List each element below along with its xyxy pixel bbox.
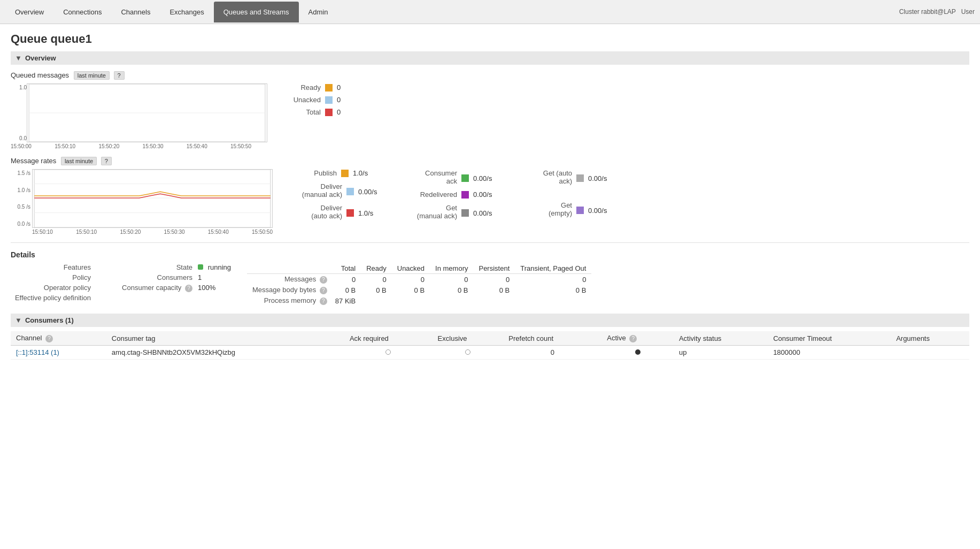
rates-chart-y-max: 1.5 /s <box>11 170 30 176</box>
consumer-capacity-help[interactable]: ? <box>185 285 192 292</box>
active-help[interactable]: ? <box>629 335 637 342</box>
rate-redelivered: Redelivered 0.00/s <box>409 190 503 199</box>
consumers-row: Consumers 1 <box>112 273 231 281</box>
stats-header-transient: Transient, Paged Out <box>515 263 591 274</box>
unacked-color-icon <box>325 96 333 104</box>
stats-header-persistent: Persistent <box>473 263 515 274</box>
rate-deliver-auto: Deliver(auto ack) 1.0/s <box>289 204 388 220</box>
rates-col-2: Consumerack 0.00/s Redelivered 0.00/s Ge… <box>409 169 503 220</box>
rate-consumer-ack: Consumerack 0.00/s <box>409 169 503 185</box>
details-middle-panel: State running Consumers 1 Consumer capac… <box>112 263 231 306</box>
col-prefetch-count: Prefetch count <box>503 331 601 346</box>
queued-messages-chart-row: 1.0 0.0 15:50:00 15:50:10 15:50:20 15:50… <box>11 83 969 149</box>
effective-policy-row: Effective policy definition <box>11 294 96 302</box>
consumers-table: Channel ? Consumer tag Ack required Excl… <box>11 331 969 360</box>
consumers-arrow-icon: ▼ <box>15 316 22 324</box>
rates-chart-y-mid1: 1.0 /s <box>11 187 30 193</box>
legend-ready: Ready 0 <box>283 83 341 92</box>
col-active: Active ? <box>601 331 674 346</box>
details-title: Details <box>11 250 969 259</box>
message-rates-timeframe[interactable]: last minute <box>61 157 97 165</box>
consumer-activity-status: up <box>674 346 768 360</box>
deliver-manual-color-icon <box>346 188 354 195</box>
queued-messages-legend: Ready 0 Unacked 0 Total 0 <box>283 83 341 120</box>
procmem-value: 87 KiB <box>330 295 361 306</box>
rates-col-3: Get (autoack) 0.00/s Get(empty) 0.00/s <box>524 169 618 220</box>
consumer-capacity-row: Consumer capacity ? 100% <box>112 284 231 292</box>
queued-messages-help[interactable]: ? <box>114 71 125 80</box>
message-rates-help[interactable]: ? <box>101 157 112 165</box>
nav-connections[interactable]: Connections <box>53 2 111 22</box>
stats-table: Total Ready Unacked In memory Persistent… <box>247 263 591 306</box>
details-grid: Features Policy Operator policy Effectiv… <box>11 263 969 306</box>
consumers-table-header-row: Channel ? Consumer tag Ack required Excl… <box>11 331 969 346</box>
total-color-icon <box>325 109 333 116</box>
details-left-panel: Features Policy Operator policy Effectiv… <box>11 263 96 306</box>
queued-messages-x-labels: 15:50:00 15:50:10 15:50:20 15:50:30 15:5… <box>11 143 251 149</box>
message-rates-label: Message rates last minute ? <box>11 157 969 165</box>
rate-get-manual: Get(manual ack) 0.00/s <box>409 204 503 220</box>
consumer-active <box>601 346 674 360</box>
messages-stats-row: Messages ? 0 0 0 0 0 0 <box>247 274 591 285</box>
messages-ready: 0 <box>361 274 392 285</box>
consumer-row: [::1]:53114 (1) amq.ctag-SHBNNtb2OX5VM32… <box>11 346 969 360</box>
procmem-stats-row: Process memory ? 87 KiB <box>247 295 591 306</box>
channel-help[interactable]: ? <box>45 335 53 342</box>
msgbody-ready: 0 B <box>361 285 392 295</box>
queued-messages-label: Queued messages last minute ? <box>11 71 969 79</box>
consumer-ack-required <box>344 346 433 360</box>
overview-section-header[interactable]: ▼ Overview <box>11 51 969 65</box>
message-rates-chart-wrapper: 1.5 /s 1.0 /s 0.5 /s 0.0 /s <box>11 169 273 235</box>
messages-transient: 0 <box>515 274 591 285</box>
rate-publish: Publish 1.0/s <box>289 169 388 177</box>
rates-chart-x-labels: 15:50:10 15:50:10 15:50:20 15:50:30 15:5… <box>32 229 273 235</box>
messages-help[interactable]: ? <box>320 276 327 284</box>
stats-header-unacked: Unacked <box>392 263 430 274</box>
msgbody-help[interactable]: ? <box>320 287 327 294</box>
consumer-channel[interactable]: [::1]:53114 (1) <box>11 346 106 360</box>
msgbody-persistent: 0 B <box>473 285 515 295</box>
cluster-info: Cluster rabbit@LAP User <box>899 8 975 16</box>
stats-header-ready: Ready <box>361 263 392 274</box>
nav-channels[interactable]: Channels <box>111 2 160 22</box>
nav-queues-and-streams[interactable]: Queues and Streams <box>214 2 299 22</box>
consumer-exclusive <box>433 346 504 360</box>
nav-admin[interactable]: Admin <box>299 2 338 22</box>
deliver-auto-color-icon <box>346 209 354 217</box>
queued-chart-y-min: 0.0 <box>11 135 27 141</box>
operator-policy-row: Operator policy <box>11 284 96 292</box>
consumer-timeout: 1800000 <box>768 346 891 360</box>
msgbody-total: 0 B <box>330 285 361 295</box>
policy-row: Policy <box>11 273 96 281</box>
procmem-help[interactable]: ? <box>320 298 327 305</box>
col-channel: Channel ? <box>11 331 106 346</box>
rates-col-1: Publish 1.0/s Deliver(manual ack) 0.00/s… <box>289 169 388 220</box>
consumer-arguments <box>891 346 969 360</box>
stats-header-total: Total <box>330 263 361 274</box>
details-stats-panel: Total Ready Unacked In memory Persistent… <box>247 263 591 306</box>
consumers-label: Consumers (1) <box>25 316 74 324</box>
nav-overview[interactable]: Overview <box>5 2 53 22</box>
message-rates-chart-row: 1.5 /s 1.0 /s 0.5 /s 0.0 /s <box>11 169 969 235</box>
consumers-section-header[interactable]: ▼ Consumers (1) <box>11 314 969 327</box>
svg-rect-2 <box>34 170 271 227</box>
state-row: State running <box>112 263 231 271</box>
rates-chart-y-mid2: 0.5 /s <box>11 204 30 210</box>
consumer-ack-color-icon <box>461 174 469 182</box>
col-consumer-tag: Consumer tag <box>106 331 344 346</box>
exclusive-icon <box>465 349 470 355</box>
col-arguments: Arguments <box>891 331 969 346</box>
col-consumer-timeout: Consumer Timeout <box>768 331 891 346</box>
ack-required-icon <box>385 349 391 355</box>
messages-persistent: 0 <box>473 274 515 285</box>
nav-exchanges[interactable]: Exchanges <box>160 2 213 22</box>
features-row: Features <box>11 263 96 271</box>
queued-messages-timeframe[interactable]: last minute <box>74 71 110 80</box>
msgbody-stats-row: Message body bytes ? 0 B 0 B 0 B 0 B 0 B… <box>247 285 591 295</box>
consumer-tag: amq.ctag-SHBNNtb2OX5VM32kHQizbg <box>106 346 344 360</box>
overview-label: Overview <box>25 54 56 62</box>
rates-chart-y-min: 0.0 /s <box>11 221 30 227</box>
legend-total: Total 0 <box>283 108 341 116</box>
queued-messages-chart <box>27 83 267 142</box>
message-rates-legend: Publish 1.0/s Deliver(manual ack) 0.00/s… <box>289 169 618 220</box>
